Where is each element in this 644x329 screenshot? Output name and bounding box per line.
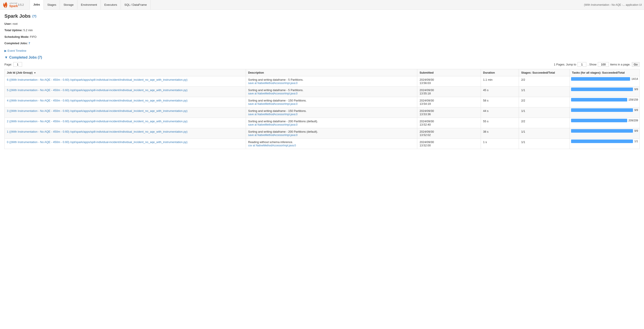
desc-text: Sorting and writing dataframe - 150 Part…: [248, 109, 415, 113]
th-submitted: Submitted: [417, 69, 481, 76]
completed-label: Completed Jobs:: [4, 42, 28, 45]
task-progress-bar: [571, 98, 627, 102]
task-bar-wrapper: 9/9: [571, 129, 638, 133]
cell-description: Sorting and writing dataframe - 5 Partit…: [246, 87, 417, 97]
cell-submitted: 2024/09/30 13:55:18: [417, 87, 481, 97]
desc-text: Sorting and writing dataframe - 200 Part…: [248, 130, 415, 133]
cell-stages: 1/1: [519, 87, 570, 97]
cell-stages: 1/1: [519, 107, 570, 118]
cell-description: Sorting and writing dataframe - 5 Partit…: [246, 76, 417, 87]
desc-link[interactable]: csv at NativeMethodAccessorImpl.java:0: [248, 144, 296, 147]
job-id-link[interactable]: 6 ((With Instrumentation - No AQE - 450m…: [7, 78, 188, 81]
cell-submitted: 2024/09/30 13:56:03: [417, 76, 481, 87]
table-row: 3 ((With Instrumentation - No AQE - 450m…: [5, 107, 640, 118]
desc-link[interactable]: save at NativeMethodAccessorImpl.java:0: [248, 134, 298, 137]
desc-link[interactable]: save at NativeMethodAccessorImpl.java:0: [248, 82, 298, 85]
th-tasks: Tasks (for all stages): Succeeded/Total: [570, 69, 639, 76]
tab-storage[interactable]: Storage: [60, 0, 77, 10]
spark-text: APACHE Spark: [9, 2, 18, 8]
cell-job-id: 0 ((With Instrumentation - No AQE - 450m…: [5, 138, 246, 149]
cell-duration: 58 s: [481, 97, 519, 107]
show-input[interactable]: [598, 62, 609, 67]
task-progress-bar: [571, 119, 627, 122]
cell-duration: 1 s: [481, 138, 519, 149]
cell-description: Sorting and writing dataframe - 200 Part…: [246, 118, 417, 128]
tab-environment[interactable]: Environment: [77, 0, 101, 10]
spark-logo: APACHE Spark: [2, 2, 18, 8]
cell-stages: 1/1: [519, 138, 570, 149]
table-row: 4 ((With Instrumentation - No AQE - 450m…: [5, 97, 640, 107]
th-description: Description: [246, 69, 417, 76]
cell-stages: 2/2: [519, 118, 570, 128]
desc-link[interactable]: save at NativeMethodAccessorImpl.java:0: [248, 123, 298, 126]
desc-link[interactable]: save at NativeMethodAccessorImpl.java:0: [248, 102, 298, 106]
go-button[interactable]: Go: [632, 62, 640, 67]
main-content: Spark Jobs (?) User: root Total Uptime: …: [0, 10, 644, 153]
table-header-row: Job Id (Job Group) ▼ Description Submitt…: [5, 69, 640, 76]
desc-text: Sorting and writing dataframe - 5 Partit…: [248, 88, 415, 92]
cell-stages: 2/2: [519, 76, 570, 87]
items-label: items in a page.: [610, 63, 630, 66]
cell-tasks: 9/9: [570, 107, 639, 118]
cell-tasks: 159/159: [570, 97, 639, 107]
nav-tabs: Jobs Stages Storage Environment Executor…: [30, 0, 151, 10]
cell-tasks: 9/9: [570, 128, 639, 138]
th-job-id: Job Id (Job Group) ▼: [5, 69, 246, 76]
event-timeline-link[interactable]: ▶ Event Timeline: [4, 49, 26, 52]
job-id-link[interactable]: 2 ((With Instrumentation - No AQE - 450m…: [7, 120, 188, 123]
meta-user: User: root: [4, 21, 640, 26]
cell-job-id: 3 ((With Instrumentation - No AQE - 450m…: [5, 107, 246, 118]
cell-submitted: 2024/09/30 13:52:00: [417, 138, 481, 149]
completed-link[interactable]: 7: [28, 42, 30, 45]
spark-version: 3.5.2: [18, 3, 24, 7]
cell-tasks: 14/14: [570, 76, 639, 87]
cell-tasks: 209/209: [570, 118, 639, 128]
job-id-link[interactable]: 3 ((With Instrumentation - No AQE - 450m…: [7, 109, 188, 113]
page-title: Spark Jobs: [4, 13, 31, 19]
page-input[interactable]: [13, 62, 22, 67]
desc-link[interactable]: save at NativeMethodAccessorImpl.java:0: [248, 113, 298, 116]
user-value: root: [12, 22, 18, 26]
job-id-link[interactable]: 4 ((With Instrumentation - No AQE - 450m…: [7, 99, 188, 102]
task-label: 1/1: [634, 140, 638, 143]
desc-text: Sorting and writing dataframe - 200 Part…: [248, 120, 415, 123]
task-progress-bar: [571, 77, 630, 81]
table-row: 5 ((With Instrumentation - No AQE - 450m…: [5, 87, 640, 97]
th-duration: Duration: [481, 69, 519, 76]
task-progress-bar: [571, 129, 633, 133]
meta-completed: Completed Jobs: 7: [4, 41, 640, 46]
cell-stages: 2/2: [519, 97, 570, 107]
task-label: 9/9: [634, 109, 638, 112]
cell-job-id: 6 ((With Instrumentation - No AQE - 450m…: [5, 76, 246, 87]
th-stages: Stages: Succeeded/Total: [519, 69, 570, 76]
task-bar-wrapper: 159/159: [571, 98, 638, 102]
cell-tasks: 9/9: [570, 87, 639, 97]
task-progress-bar: [571, 108, 633, 112]
task-bar-wrapper: 9/9: [571, 88, 638, 91]
table-row: 2 ((With Instrumentation - No AQE - 450m…: [5, 118, 640, 128]
tab-jobs[interactable]: Jobs: [30, 0, 44, 10]
job-id-link[interactable]: 5 ((With Instrumentation - No AQE - 450m…: [7, 88, 188, 92]
job-id-link[interactable]: 0 ((With Instrumentation - No AQE - 450m…: [7, 140, 188, 144]
help-link[interactable]: (?): [32, 14, 36, 18]
desc-link[interactable]: save at NativeMethodAccessorImpl.java:0: [248, 92, 298, 95]
task-label: 209/209: [628, 119, 638, 122]
meta-uptime: Total Uptime: 5.2 min: [4, 28, 640, 33]
cell-submitted: 2024/09/30 13:52:40: [417, 118, 481, 128]
sort-arrow-icon: ▼: [34, 72, 36, 74]
uptime-value: 5.2 min: [24, 29, 33, 32]
page-label: Page:: [4, 63, 12, 66]
navbar: APACHE Spark 3.5.2 Jobs Stages Storage E…: [0, 0, 644, 10]
task-bar-wrapper: 209/209: [571, 119, 638, 122]
job-id-link[interactable]: 1 ((With Instrumentation - No AQE - 450m…: [7, 130, 188, 133]
scheduling-value: FIFO: [30, 35, 37, 39]
jump-to-input[interactable]: [578, 62, 586, 67]
tab-sql[interactable]: SQL / DataFrame: [121, 0, 150, 10]
pagination-row: Page: 1 Pages. Jump to . Show items in a…: [4, 62, 640, 67]
tab-executors[interactable]: Executors: [101, 0, 121, 10]
user-label: User:: [4, 22, 12, 26]
cell-description: Reading without schema inference.csv at …: [246, 138, 417, 149]
tab-stages[interactable]: Stages: [44, 0, 60, 10]
cell-job-id: 2 ((With Instrumentation - No AQE - 450m…: [5, 118, 246, 128]
jobs-table: Job Id (Job Group) ▼ Description Submitt…: [4, 69, 640, 149]
